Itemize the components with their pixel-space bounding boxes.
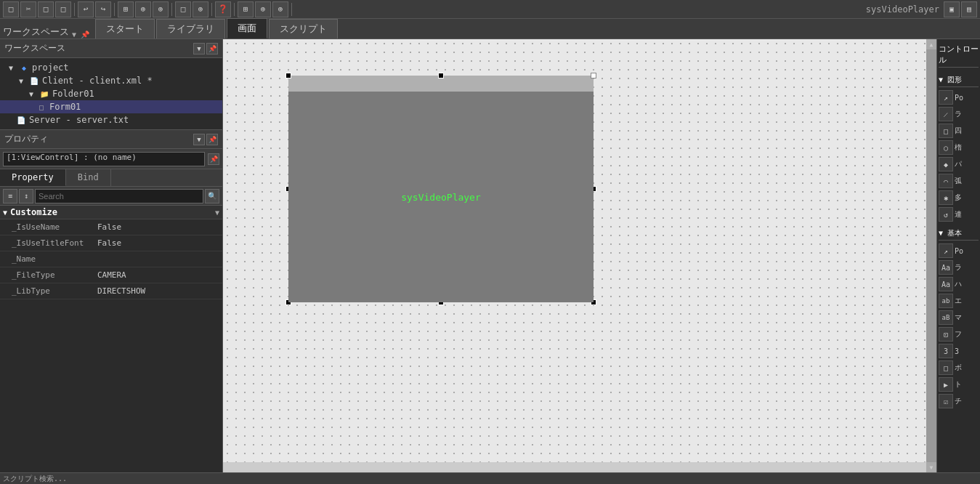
toolbar-btn-1[interactable]: □: [3, 1, 19, 17]
prop-icon-pin[interactable]: 📌: [206, 134, 218, 145]
right-tool-poly[interactable]: ✱: [939, 190, 953, 205]
toolbar-title: sysVideoPlayer: [866, 4, 939, 15]
canvas-scrollbar-bottom[interactable]: [223, 462, 926, 472]
prop-value-filetype[interactable]: CAMERA: [94, 270, 222, 280]
toolbar-btn-add[interactable]: ⊕: [135, 1, 151, 17]
tab-screen[interactable]: 画面: [227, 18, 267, 39]
ws-icon-dropdown[interactable]: ▼: [193, 43, 205, 55]
prop-group-customize[interactable]: ▼ Customize ▼: [0, 206, 222, 219]
tree-icon-client: 📄: [29, 76, 39, 86]
tree-item-form01[interactable]: □ Form01: [0, 100, 222, 113]
prop-search-btn[interactable]: 🔍: [205, 189, 219, 203]
right-tool-check[interactable]: ☑: [939, 394, 953, 408]
right-tool-rect[interactable]: □: [939, 124, 953, 138]
toolbar-btn-copy[interactable]: □: [38, 1, 54, 17]
right-tool-text[interactable]: Aa: [939, 277, 953, 291]
right-tool-toggle[interactable]: ▶: [939, 377, 953, 392]
toolbar-btn-add2[interactable]: ⊕: [153, 1, 169, 17]
toolbar-btn-play[interactable]: ⊕: [193, 1, 208, 17]
right-tool-memo[interactable]: aB: [939, 310, 953, 325]
right-tool-label-po: Po: [955, 94, 979, 102]
prop-search-icon-list[interactable]: ≡: [3, 189, 17, 203]
right-tool-edit[interactable]: ab: [939, 294, 953, 308]
right-tool-arc[interactable]: ⌒: [939, 174, 953, 188]
toolbar-right-icons: ▣ ▤: [944, 1, 977, 17]
tree-item-server[interactable]: 📄 Server - server.txt: [0, 113, 222, 126]
prop-value-libtype[interactable]: DIRECTSHOW: [94, 286, 222, 296]
prop-value-isusename[interactable]: False: [94, 222, 222, 232]
prop-value-isusetitlefont[interactable]: False: [94, 238, 222, 248]
prop-group-collapse[interactable]: ▼: [215, 209, 219, 217]
main: ワークスペース ▼ 📌 ▼ ◆ project ▼ 📄 Client - cli…: [0, 39, 980, 472]
handle-tl[interactable]: [286, 73, 291, 78]
handle-tc[interactable]: [438, 73, 444, 78]
search-input[interactable]: [35, 189, 203, 203]
right-tool-label-e: エ: [955, 296, 979, 306]
prop-row-filetype: _FileType CAMERA: [0, 267, 222, 283]
prop-search-icon-sort[interactable]: ↕: [19, 189, 33, 203]
center-canvas[interactable]: sysVideoPlayer ▲ ▼: [223, 39, 936, 472]
form-container[interactable]: sysVideoPlayer: [288, 76, 594, 302]
tree-item-client[interactable]: ▼ 📄 Client - client.xml *: [0, 74, 222, 87]
toolbar-btn-paste[interactable]: □: [55, 1, 71, 17]
prop-tab-property[interactable]: Property: [0, 169, 66, 186]
right-tool-pointer[interactable]: ↗: [939, 90, 953, 105]
right-tool-label-tool[interactable]: Aa: [939, 260, 953, 275]
prop-group-arrow: ▼: [3, 209, 7, 217]
toolbar-icon-sq1[interactable]: ▣: [944, 1, 960, 17]
scroll-arrow-down[interactable]: ▼: [926, 462, 936, 472]
property-pin-btn[interactable]: 📌: [208, 153, 219, 165]
form-body[interactable]: sysVideoPlayer: [288, 92, 594, 302]
prop-search-icons: ≡ ↕: [3, 189, 33, 203]
property-tabs: Property Bind: [0, 169, 222, 187]
right-tool-row-arc: ⌒ 弧: [939, 174, 979, 188]
right-tool-chain[interactable]: ↺: [939, 207, 953, 222]
right-tool-pointer2[interactable]: ↗: [939, 243, 953, 258]
canvas-scrollbar-right[interactable]: ▲ ▼: [926, 39, 936, 472]
toolbar-btn-b1[interactable]: ⊞: [238, 1, 254, 17]
tab-start[interactable]: スタート: [95, 19, 155, 39]
right-tool-button[interactable]: □: [939, 360, 953, 375]
toolbar-btn-rect[interactable]: □: [175, 1, 191, 17]
right-tool-label-arc: 弧: [955, 176, 979, 186]
handle-title-tr[interactable]: [591, 73, 596, 78]
prop-name-isusename: _IsUseName: [0, 222, 94, 232]
tree-label-form01: Form01: [49, 102, 81, 112]
scroll-thumb-right[interactable]: [926, 49, 936, 462]
property-selector-dropdown[interactable]: [1:ViewControl] : (no name): [3, 152, 205, 166]
toolbar-btn-b2[interactable]: ⊕: [255, 1, 271, 17]
right-tool-diamond[interactable]: ◆: [939, 157, 953, 172]
right-tool-line[interactable]: ⟋: [939, 107, 953, 121]
prop-icon-dropdown[interactable]: ▼: [193, 134, 205, 145]
tree-item-project[interactable]: ▼ ◆ project: [0, 61, 222, 74]
ws-pin[interactable]: 📌: [81, 31, 89, 39]
right-tool-row-label: Aa ラ: [939, 260, 979, 275]
tree-item-folder01[interactable]: ▼ 📁 Folder01: [0, 87, 222, 100]
bottom-strip: スクリプト検索...: [0, 472, 980, 484]
toolbar: □ ✂ □ □ ↩ ↪ ⊞ ⊕ ⊕ □ ⊕ ❓ ⊞ ⊕ ⊕ sysVideoPl…: [0, 0, 980, 19]
toolbar-btn-cut[interactable]: ✂: [20, 1, 36, 17]
workspace-title: ワークスペース: [4, 42, 193, 55]
right-tool-3d[interactable]: 3: [939, 344, 953, 358]
tree-icon-project-sym: ◆: [19, 62, 29, 73]
right-tool-frame[interactable]: ⊡: [939, 327, 953, 342]
tab-library[interactable]: ライブラリ: [156, 19, 225, 39]
scroll-arrow-up[interactable]: ▲: [926, 39, 936, 49]
ws-icon-pin[interactable]: 📌: [206, 43, 218, 55]
prop-row-libtype: _LibType DIRECTSHOW: [0, 283, 222, 299]
prop-row-name: _Name: [0, 251, 222, 267]
prop-row-isusetitlefont: _IsUseTitleFont False: [0, 235, 222, 251]
toolbar-btn-redo[interactable]: ↪: [95, 1, 111, 17]
toolbar-icon-sq2[interactable]: ▤: [961, 1, 977, 17]
toolbar-btn-help[interactable]: ❓: [215, 1, 231, 17]
ws-dropdown-arrow[interactable]: ▼: [72, 31, 76, 39]
tab-script[interactable]: スクリプト: [269, 19, 338, 39]
toolbar-sep-1: [74, 3, 75, 16]
toolbar-btn-b3[interactable]: ⊕: [272, 1, 288, 17]
toolbar-btn-undo[interactable]: ↩: [78, 1, 94, 17]
right-tool-label-3: 3: [955, 347, 979, 355]
right-tool-ellipse[interactable]: ○: [939, 140, 953, 155]
prop-tab-bind[interactable]: Bind: [66, 169, 111, 186]
right-panel: コントロール ▼ 図形 ↗ Po ⟋ ラ □ 四 ○ 楕 ◆ パ ⌒ 弧 ✱ 多: [936, 39, 980, 472]
toolbar-btn-grid[interactable]: ⊞: [118, 1, 134, 17]
